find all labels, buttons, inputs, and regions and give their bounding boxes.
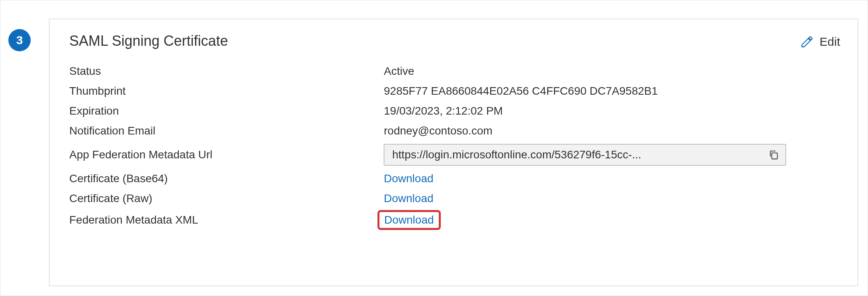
- card-header: SAML Signing Certificate Edit: [69, 33, 840, 63]
- label-certificate-raw: Certificate (Raw): [69, 192, 384, 205]
- pencil-icon: [800, 35, 814, 49]
- label-federation-url: App Federation Metadata Url: [69, 148, 384, 161]
- row-federation-url: App Federation Metadata Url https://logi…: [69, 144, 840, 166]
- card-title: SAML Signing Certificate: [69, 33, 228, 49]
- saml-signing-certificate-card: SAML Signing Certificate Edit Status Act…: [49, 19, 858, 286]
- row-certificate-raw: Certificate (Raw) Download: [69, 190, 840, 207]
- card-rows: Status Active Thumbprint 9285F77 EA86608…: [69, 63, 840, 230]
- page-container: 3 SAML Signing Certificate Edit Status A…: [0, 0, 868, 296]
- value-status: Active: [384, 65, 414, 78]
- label-thumbprint: Thumbprint: [69, 85, 384, 97]
- step-number-badge: 3: [8, 29, 31, 51]
- federation-url-field[interactable]: https://login.microsoftonline.com/536279…: [384, 144, 786, 166]
- svg-rect-0: [772, 153, 777, 159]
- label-status: Status: [69, 65, 384, 78]
- row-federation-metadata-xml: Federation Metadata XML Download: [69, 210, 840, 230]
- edit-button[interactable]: Edit: [800, 35, 840, 49]
- label-federation-metadata-xml: Federation Metadata XML: [69, 214, 384, 226]
- label-notification-email: Notification Email: [69, 125, 384, 137]
- value-thumbprint: 9285F77 EA8660844E02A56 C4FFC690 DC7A958…: [384, 85, 658, 97]
- step-number: 3: [16, 33, 23, 47]
- row-certificate-base64: Certificate (Base64) Download: [69, 170, 840, 187]
- download-highlight: Download: [377, 210, 441, 230]
- row-expiration: Expiration 19/03/2023, 2:12:02 PM: [69, 103, 840, 119]
- row-status: Status Active: [69, 63, 840, 80]
- download-certificate-raw-link[interactable]: Download: [384, 192, 434, 205]
- value-expiration: 19/03/2023, 2:12:02 PM: [384, 105, 503, 117]
- federation-url-text: https://login.microsoftonline.com/536279…: [392, 148, 762, 161]
- value-notification-email: rodney@contoso.com: [384, 125, 493, 137]
- edit-label: Edit: [819, 35, 840, 49]
- label-expiration: Expiration: [69, 105, 384, 117]
- row-thumbprint: Thumbprint 9285F77 EA8660844E02A56 C4FFC…: [69, 83, 840, 99]
- download-federation-metadata-xml-link[interactable]: Download: [384, 214, 434, 226]
- download-certificate-base64-link[interactable]: Download: [384, 172, 434, 185]
- label-certificate-base64: Certificate (Base64): [69, 172, 384, 185]
- copy-icon[interactable]: [768, 149, 779, 160]
- row-notification-email: Notification Email rodney@contoso.com: [69, 123, 840, 139]
